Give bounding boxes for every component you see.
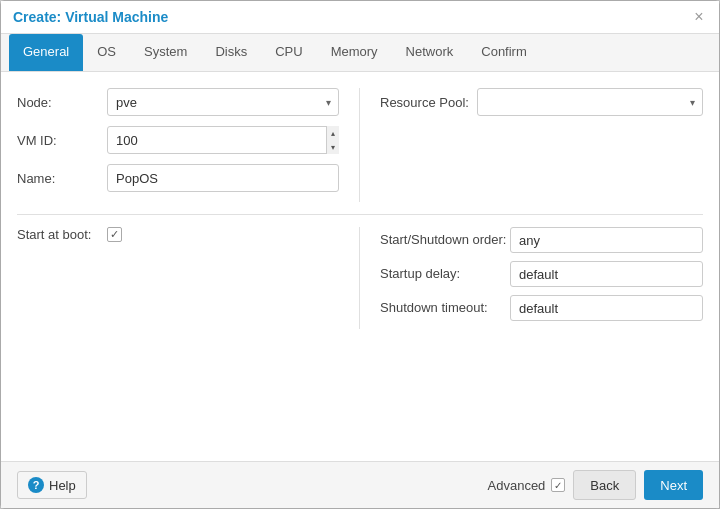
start-at-boot-checkbox[interactable]: ✓ [107, 227, 122, 242]
resource-pool-select[interactable] [477, 88, 703, 116]
section-divider [17, 214, 703, 215]
start-shutdown-order-input[interactable]: any [510, 227, 703, 253]
tab-disks[interactable]: Disks [201, 34, 261, 71]
next-button[interactable]: Next [644, 470, 703, 500]
name-row: Name: PopOS [17, 164, 339, 192]
boot-right-column: Start/Shutdown order: any Startup delay:… [360, 227, 703, 329]
name-input[interactable]: PopOS [107, 164, 339, 192]
tab-memory[interactable]: Memory [317, 34, 392, 71]
start-at-boot-label: Start at boot: [17, 227, 107, 242]
tab-system[interactable]: System [130, 34, 201, 71]
tab-os[interactable]: OS [83, 34, 130, 71]
advanced-checkbox[interactable]: ✓ [551, 478, 565, 492]
content-area: Node: pve ▾ VM ID: 100 ▴ ▾ [1, 72, 719, 461]
advanced-check-icon: ✓ [554, 480, 562, 491]
node-row: Node: pve ▾ [17, 88, 339, 116]
footer: ? Help Advanced ✓ Back Next [1, 461, 719, 508]
close-button[interactable]: × [691, 9, 707, 25]
shutdown-timeout-row: Shutdown timeout: default [380, 295, 703, 321]
advanced-label: Advanced [488, 478, 546, 493]
top-form-section: Node: pve ▾ VM ID: 100 ▴ ▾ [17, 88, 703, 202]
node-label: Node: [17, 95, 107, 110]
vmid-input[interactable]: 100 [107, 126, 339, 154]
start-at-boot-check-icon: ✓ [110, 228, 119, 241]
name-label: Name: [17, 171, 107, 186]
start-shutdown-order-label: Start/Shutdown order: [380, 232, 510, 249]
start-shutdown-order-row: Start/Shutdown order: any [380, 227, 703, 253]
advanced-wrap: Advanced ✓ [488, 478, 566, 493]
tab-cpu[interactable]: CPU [261, 34, 316, 71]
boot-section: Start at boot: ✓ Start/Shutdown order: a… [17, 227, 703, 329]
vmid-label: VM ID: [17, 133, 107, 148]
node-select-wrap: pve ▾ [107, 88, 339, 116]
vmid-spinner-buttons: ▴ ▾ [326, 126, 339, 154]
tab-general[interactable]: General [9, 34, 83, 71]
right-column: Resource Pool: ▾ [360, 88, 703, 202]
back-button[interactable]: Back [573, 470, 636, 500]
tab-network[interactable]: Network [392, 34, 468, 71]
dialog-title: Create: Virtual Machine [13, 9, 168, 25]
start-at-boot-row: Start at boot: ✓ [17, 227, 339, 242]
vmid-increment-button[interactable]: ▴ [327, 126, 339, 140]
startup-delay-input[interactable]: default [510, 261, 703, 287]
footer-right: Advanced ✓ Back Next [488, 470, 703, 500]
resource-pool-select-wrap: ▾ [477, 88, 703, 116]
question-icon: ? [28, 477, 44, 493]
left-column: Node: pve ▾ VM ID: 100 ▴ ▾ [17, 88, 360, 202]
resource-pool-row: Resource Pool: ▾ [380, 88, 703, 116]
vmid-row: VM ID: 100 ▴ ▾ [17, 126, 339, 154]
help-button[interactable]: ? Help [17, 471, 87, 499]
resource-pool-label: Resource Pool: [380, 95, 469, 110]
startup-delay-label: Startup delay: [380, 266, 510, 283]
node-select[interactable]: pve [107, 88, 339, 116]
vmid-spinner-wrap: 100 ▴ ▾ [107, 126, 339, 154]
boot-left-column: Start at boot: ✓ [17, 227, 360, 329]
help-label: Help [49, 478, 76, 493]
vmid-decrement-button[interactable]: ▾ [327, 140, 339, 154]
tab-bar: General OS System Disks CPU Memory Netwo… [1, 34, 719, 72]
create-vm-dialog: Create: Virtual Machine × General OS Sys… [0, 0, 720, 509]
title-bar: Create: Virtual Machine × [1, 1, 719, 34]
shutdown-timeout-input[interactable]: default [510, 295, 703, 321]
startup-delay-row: Startup delay: default [380, 261, 703, 287]
shutdown-timeout-label: Shutdown timeout: [380, 300, 510, 317]
tab-confirm[interactable]: Confirm [467, 34, 541, 71]
